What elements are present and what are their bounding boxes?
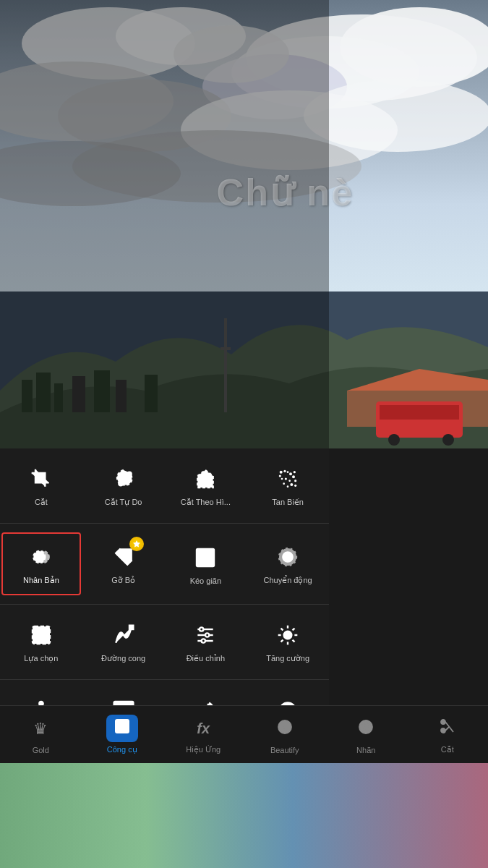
nav-cong-cu-label: Công cụ [107,745,137,754]
tool-chuyen-dong-label: Chuyển động [264,576,312,585]
gold-badge [129,537,144,551]
svg-rect-55 [129,626,133,629]
tool-go-bo-label: Gỡ Bỏ [111,576,135,585]
svg-rect-83 [118,722,127,731]
enhance-icon [273,621,302,650]
nav-gold-label: Gold [33,746,49,754]
nav-nhan-icon-wrap [350,715,382,743]
nav-hieu-ung-label: Hiệu Ứng [186,745,221,754]
svg-point-33 [281,478,283,480]
bottom-navigation: ♛ Gold Công cụ fx Hiệu Ứng [0,705,488,763]
nav-cat-label: Cắt [441,745,454,754]
nav-cat[interactable]: Cắt [407,706,489,763]
svg-line-92 [445,722,453,732]
svg-point-37 [285,477,287,480]
nav-nhan-label: Nhãn [356,746,375,754]
svg-point-84 [278,720,291,733]
dark-overlay [0,0,329,448]
tool-cat-tu-do-label: Cắt Tự Do [105,498,142,507]
svg-point-60 [205,633,209,637]
tool-lua-chon[interactable]: Lựa chọn [0,612,82,672]
ad-banner[interactable] [0,763,488,868]
svg-point-90 [441,720,445,724]
svg-point-32 [287,471,289,473]
svg-point-36 [292,475,295,478]
ad-content [0,763,488,868]
tool-cat-theo-hi[interactable]: Cắt Theo Hì... [165,456,247,516]
tool-duong-cong-label: Đường cong [101,654,145,663]
tool-tang-cuong-label: Tăng cường [266,654,309,663]
nav-gold[interactable]: ♛ Gold [0,706,82,763]
svg-point-25 [442,434,454,446]
svg-point-29 [280,471,283,474]
tool-duong-cong[interactable]: Đường cong [82,612,165,672]
shapecut-icon [191,464,220,493]
svg-point-89 [367,724,369,726]
tools-row-1: Cắt Cắt Tự Do Cắt Theo Hì... [0,448,329,523]
nav-beautify-icon-wrap [269,715,301,743]
clone-icon [27,542,56,571]
tool-go-bo[interactable]: Gỡ Bỏ [82,531,165,597]
tool-lua-chon-label: Lựa chọn [24,654,58,663]
tool-tan-bien[interactable]: Tan Biến [247,456,329,516]
sticker-icon [357,718,374,740]
crop-icon [27,464,56,493]
freecut-icon [109,464,138,493]
nav-beautify[interactable]: Beautify [244,706,326,763]
tool-nhan-ban-label: Nhân Bản [23,576,59,585]
face-icon [276,718,294,740]
svg-point-62 [284,631,292,639]
nav-gold-icon-wrap: ♛ [25,715,56,743]
svg-point-43 [287,485,289,488]
svg-point-59 [200,627,203,631]
tools-icon [114,718,131,739]
svg-line-69 [281,640,283,642]
svg-point-42 [294,485,296,487]
nav-cat-icon-wrap [432,715,463,742]
svg-point-39 [294,480,296,482]
svg-point-35 [294,471,296,473]
tool-keo-gian[interactable]: Kéo giãn [165,531,247,597]
curve-icon [109,621,138,650]
svg-point-87 [359,720,372,733]
svg-point-88 [363,724,365,726]
nav-hieu-ung[interactable]: fx Hiệu Ứng [163,706,244,763]
dissolve-icon [273,464,302,493]
tool-cat[interactable]: Cắt [0,456,82,516]
svg-rect-23 [380,405,459,420]
svg-point-41 [290,483,293,486]
tool-tang-cuong[interactable]: Tăng cường [247,612,329,672]
photo-canvas: Chữ nè [0,0,488,448]
tool-nhan-ban[interactable]: Nhân Bản [1,532,81,595]
tool-cat-label: Cắt [35,498,48,507]
svg-point-26 [119,482,122,485]
tools-row-3: Lựa chọn Đường cong [0,605,329,679]
watermark-text: Chữ nè [217,171,354,214]
svg-point-24 [388,434,400,446]
svg-point-53 [279,548,296,566]
svg-point-45 [38,551,49,563]
fx-icon: fx [197,720,210,737]
svg-point-91 [441,728,445,733]
tool-cat-tu-do[interactable]: Cắt Tự Do [82,456,165,516]
tool-chuyen-dong[interactable]: Chuyển động [247,531,329,597]
nav-cong-cu-icon-wrap [106,715,138,742]
tools-row-2: Nhân Bản Gỡ Bỏ [0,524,329,604]
select-icon [27,621,56,650]
svg-point-85 [282,725,283,726]
nav-cong-cu[interactable]: Công cụ [82,706,163,763]
tool-cat-theo-hi-label: Cắt Theo Hì... [181,498,231,507]
nav-nhan[interactable]: Nhãn [325,706,407,763]
svg-point-30 [284,470,286,472]
scissor-icon [439,718,456,739]
svg-line-68 [293,640,295,642]
svg-line-93 [445,727,449,731]
tool-dieu-chinh[interactable]: Điều chỉnh [165,612,247,672]
nav-hieu-ung-icon-wrap: fx [187,715,219,742]
svg-line-70 [293,629,295,631]
adjust-icon [191,621,220,650]
nav-beautify-label: Beautify [270,746,299,754]
svg-point-31 [279,475,281,477]
svg-point-34 [289,472,292,475]
remove-icon [109,542,138,571]
